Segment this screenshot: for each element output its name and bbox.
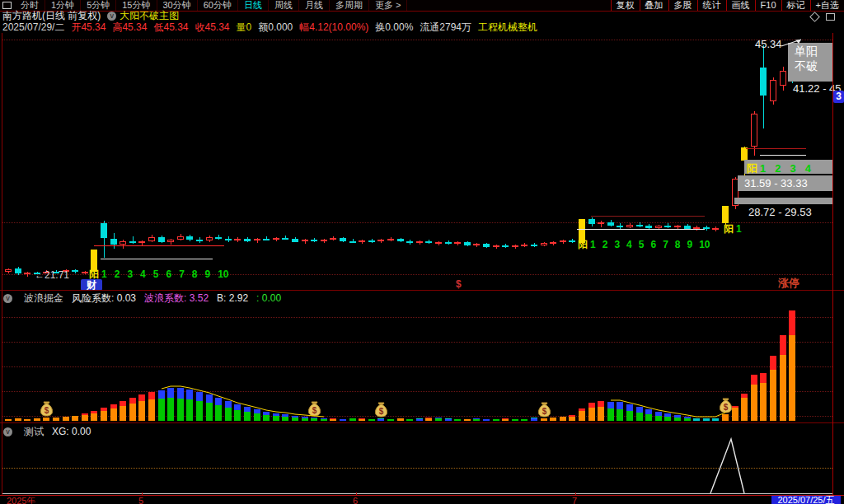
main-candlestick-chart[interactable]: 单阳不破31.59 - 33.33阳12345678910阳1234567891… <box>0 0 844 290</box>
wave-bar <box>636 413 643 421</box>
high-annotation: 45.34 <box>755 38 782 50</box>
candle <box>473 244 480 245</box>
wave-bar <box>607 408 614 421</box>
resistance-line-2 <box>591 216 705 217</box>
wave-bar-cap <box>91 411 97 413</box>
yang-count-row: 阳1 <box>724 222 742 236</box>
wave-bar <box>82 415 88 421</box>
limit-up-label: 涨停 <box>778 277 799 289</box>
candle <box>138 241 145 243</box>
wave-bar <box>598 407 604 421</box>
candle <box>282 238 288 240</box>
wave-bar-cap <box>588 403 595 408</box>
wave-bar <box>167 398 174 421</box>
wave-bar-cap <box>760 373 767 383</box>
wave-bar <box>196 401 203 421</box>
svg-text:$: $ <box>312 406 317 415</box>
candle <box>636 225 643 226</box>
wave-indicator-panel[interactable]: v波浪掘金风险系数: 0.03波浪系数: 3.52B: 2.92: 0.00$$… <box>0 290 844 422</box>
wave-bar <box>454 419 461 421</box>
money-bag-icon: $ <box>307 401 321 417</box>
wave-bar <box>464 419 471 421</box>
candle <box>588 219 595 224</box>
candle <box>82 272 88 273</box>
gridline <box>2 342 832 343</box>
range-2872-annotation: 28.72 - 29.53 <box>748 206 812 218</box>
collapse-icon[interactable]: v <box>3 294 12 303</box>
wave-bar-cap <box>196 392 203 401</box>
candle <box>541 243 547 245</box>
wave-bar-cap <box>664 413 671 417</box>
wave-bar <box>397 418 404 421</box>
wave-bar-cap <box>292 416 298 418</box>
money-bag-icon: $ <box>537 402 551 418</box>
candle <box>5 269 12 272</box>
wave-bar <box>674 418 681 421</box>
low-annotation: ←21.71 <box>35 269 69 281</box>
candle <box>512 245 518 247</box>
panel1-token: 风险系数: 0.03 <box>72 292 136 304</box>
wave-bar <box>655 416 662 421</box>
wave-bar <box>588 408 595 421</box>
candle <box>244 239 251 241</box>
panel1-token: 波浪系数: 3.52 <box>144 292 209 304</box>
wave-bar-cap <box>674 415 681 418</box>
panel1-token: 波浪掘金 <box>24 292 63 304</box>
xg-signal-panel[interactable]: v测试XG: 0.00 <box>0 422 844 495</box>
axis-tick <box>142 492 143 496</box>
wave-bar-cap <box>780 335 786 355</box>
wave-bar-cap <box>569 415 575 417</box>
range-band-3159: 31.59 - 33.33 <box>738 175 832 191</box>
support-line-3 <box>760 155 806 156</box>
candle <box>186 236 193 240</box>
candle <box>196 240 203 241</box>
wave-bar <box>43 418 49 421</box>
svg-text:$: $ <box>379 407 384 416</box>
candle <box>674 226 681 227</box>
candle <box>397 239 404 241</box>
wave-bar <box>521 419 528 421</box>
wave-bar <box>789 335 795 421</box>
wave-bar <box>330 419 336 421</box>
svg-text:$: $ <box>724 403 729 412</box>
wave-bar-cap <box>655 412 662 416</box>
wave-bar-cap <box>225 401 232 408</box>
candle <box>101 223 107 238</box>
wave-bar-cap <box>416 418 423 419</box>
candle <box>454 242 461 244</box>
yang-count-row: 阳1234 <box>747 161 811 176</box>
candle <box>215 237 222 239</box>
candle <box>760 68 767 96</box>
wave-bar <box>321 419 327 421</box>
candle <box>598 222 604 224</box>
wave-bar-cap <box>732 406 738 408</box>
xg-signal-spike <box>0 422 844 495</box>
wave-bar <box>120 406 126 421</box>
candle <box>550 242 556 244</box>
wave-bar <box>780 355 786 421</box>
axis-tick <box>575 492 576 496</box>
wave-bar-cap <box>626 404 633 411</box>
wave-bar <box>282 417 288 421</box>
wave-bar <box>24 419 30 421</box>
wave-bar-cap <box>712 418 719 419</box>
candle <box>741 147 748 161</box>
wave-bar <box>569 417 575 421</box>
candle <box>177 236 184 240</box>
wave-bar <box>377 419 384 421</box>
wave-bar <box>445 419 452 421</box>
gridline <box>2 391 832 392</box>
wave-bar <box>703 419 710 421</box>
candle <box>464 242 471 245</box>
wave-bar-cap <box>167 388 174 398</box>
gridline <box>2 366 832 367</box>
wave-bar <box>550 418 556 421</box>
wave-bar-cap <box>206 394 213 403</box>
candle <box>225 239 232 240</box>
candle <box>377 240 384 241</box>
candle <box>72 270 78 272</box>
wave-bar-cap <box>330 418 336 419</box>
wave-bar-cap <box>751 375 757 385</box>
candle <box>406 241 413 243</box>
wave-bar-cap <box>215 398 222 405</box>
